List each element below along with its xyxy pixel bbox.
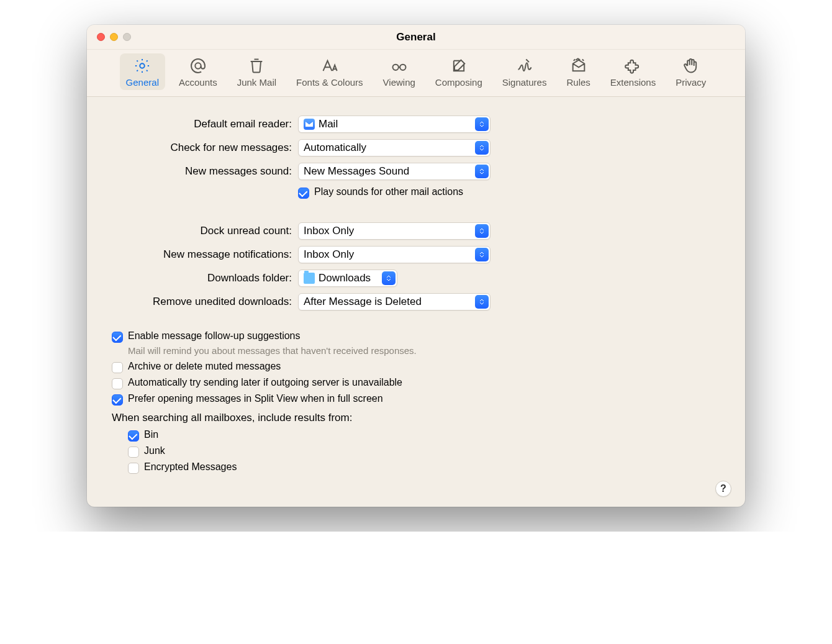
chevron-updown-icon <box>475 165 489 178</box>
label-bin: Bin <box>144 429 158 440</box>
zoom-button[interactable] <box>123 33 131 41</box>
tab-fonts-colours[interactable]: Fonts & Colours <box>290 53 369 90</box>
at-icon <box>189 57 207 75</box>
tab-label: Signatures <box>502 77 547 88</box>
select-remove-downloads[interactable]: After Message is Deleted <box>298 293 491 311</box>
label-archive-muted: Archive or delete muted messages <box>128 361 281 372</box>
preferences-toolbar: General Accounts Junk Mail Fonts & Colou… <box>87 50 745 97</box>
tab-label: Accounts <box>179 77 217 88</box>
label-play-sounds: Play sounds for other mail actions <box>314 186 463 197</box>
tab-rules[interactable]: Rules <box>560 53 596 90</box>
gear-icon <box>133 57 151 75</box>
tab-signatures[interactable]: Signatures <box>496 53 553 90</box>
label-remove-downloads: Remove unedited downloads: <box>112 296 292 308</box>
close-button[interactable] <box>97 33 105 41</box>
svg-point-2 <box>392 65 398 70</box>
select-check-new[interactable]: Automatically <box>298 139 491 156</box>
minimize-button[interactable] <box>110 33 118 41</box>
label-split-view: Prefer opening messages in Split View wh… <box>128 393 383 404</box>
tab-label: Viewing <box>383 77 415 88</box>
glasses-icon <box>391 57 408 75</box>
tab-extensions[interactable]: Extensions <box>604 53 662 90</box>
chevron-updown-icon <box>475 248 489 261</box>
mail-app-icon <box>304 119 315 130</box>
tab-label: Rules <box>566 77 590 88</box>
chevron-updown-icon <box>475 224 489 238</box>
svg-point-3 <box>400 65 405 70</box>
help-button[interactable]: ? <box>715 481 731 497</box>
svg-point-1 <box>195 63 201 68</box>
traffic-lights <box>87 33 137 41</box>
checkbox-split-view[interactable] <box>112 394 123 406</box>
rules-icon <box>570 57 587 75</box>
checkbox-retry-send[interactable] <box>112 378 123 389</box>
tab-label: Composing <box>435 77 482 88</box>
tab-junk-mail[interactable]: Junk Mail <box>231 53 283 90</box>
label-default-reader: Default email reader: <box>112 118 292 130</box>
tab-label: General <box>126 77 159 88</box>
tab-label: Extensions <box>610 77 656 88</box>
titlebar: General <box>87 25 745 50</box>
compose-icon <box>450 57 468 75</box>
tab-accounts[interactable]: Accounts <box>173 53 224 90</box>
tab-viewing[interactable]: Viewing <box>377 53 422 90</box>
select-notifications[interactable]: Inbox Only <box>298 246 491 263</box>
label-followup: Enable message follow-up suggestions <box>128 330 301 342</box>
checkbox-play-sounds[interactable] <box>298 188 309 199</box>
checkbox-bin[interactable] <box>128 430 139 442</box>
tab-label: Junk Mail <box>237 77 276 88</box>
trash-icon <box>248 57 265 75</box>
checkbox-encrypted[interactable] <box>128 463 139 474</box>
checkbox-junk[interactable] <box>128 447 139 458</box>
label-sound: New messages sound: <box>112 165 292 178</box>
puzzle-icon <box>625 57 642 75</box>
label-encrypted: Encrypted Messages <box>144 461 237 473</box>
chevron-updown-icon <box>475 295 489 309</box>
tab-label: Privacy <box>676 77 706 88</box>
chevron-updown-icon <box>475 117 489 131</box>
tab-privacy[interactable]: Privacy <box>669 53 712 90</box>
tab-label: Fonts & Colours <box>296 77 363 88</box>
label-check-new: Check for new messages: <box>112 142 292 154</box>
checkbox-followup[interactable] <box>112 332 123 343</box>
hand-icon <box>682 57 700 75</box>
tab-composing[interactable]: Composing <box>429 53 489 90</box>
select-downloads[interactable]: Downloads <box>298 270 397 287</box>
label-retry-send: Automatically try sending later if outgo… <box>128 377 402 388</box>
preferences-window: General General Accounts Junk Mail Fo <box>87 25 745 507</box>
select-dock[interactable]: Inbox Only <box>298 222 491 240</box>
signature-icon <box>516 57 533 75</box>
select-sound[interactable]: New Messages Sound <box>298 163 491 180</box>
label-junk: Junk <box>144 445 165 456</box>
checkbox-archive-muted[interactable] <box>112 362 123 373</box>
font-icon <box>321 57 338 75</box>
label-dock: Dock unread count: <box>112 225 292 237</box>
label-notifications: New message notifications: <box>112 248 292 261</box>
chevron-updown-icon <box>382 271 396 285</box>
window-title: General <box>137 31 695 43</box>
content: Default email reader: Mail Check for new… <box>87 97 745 507</box>
hint-followup: Mail will remind you about messages that… <box>128 345 720 356</box>
select-default-reader[interactable]: Mail <box>298 116 491 133</box>
tab-general[interactable]: General <box>120 53 165 90</box>
svg-point-0 <box>140 63 145 68</box>
label-downloads: Downloads folder: <box>112 272 292 284</box>
chevron-updown-icon <box>475 141 489 155</box>
folder-icon <box>304 273 315 284</box>
search-heading: When searching all mailboxes, include re… <box>112 412 720 424</box>
